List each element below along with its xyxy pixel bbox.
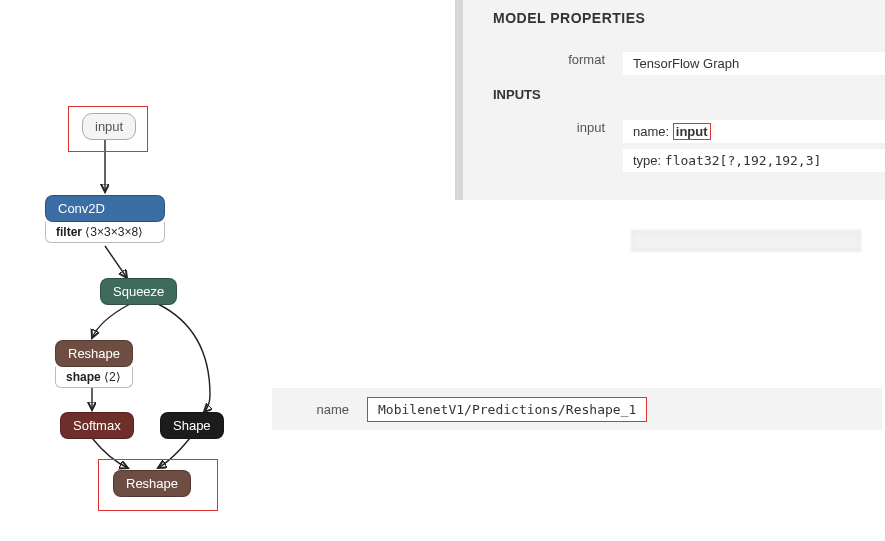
- shape-val: ⟨2⟩: [104, 370, 121, 384]
- node-reshape-2[interactable]: Reshape: [113, 470, 191, 497]
- label-format: format: [483, 52, 623, 75]
- row-format: format TensorFlow Graph: [483, 52, 885, 75]
- value-name: MobilenetV1/Predictions/Reshape_1: [367, 397, 647, 422]
- blurred-region: [631, 230, 861, 252]
- filter-key: filter: [56, 225, 82, 239]
- node-conv2d[interactable]: Conv2D: [45, 195, 165, 222]
- node-squeeze[interactable]: Squeeze: [100, 278, 177, 305]
- heading-model-properties: MODEL PROPERTIES: [493, 10, 885, 26]
- value-input-type: type: float32[?,192,192,3]: [623, 149, 885, 172]
- row-input-type: type: float32[?,192,192,3]: [483, 149, 885, 172]
- node-reshape-1-shape: shape ⟨2⟩: [55, 367, 133, 388]
- filter-val: ⟨3×3×3×8⟩: [85, 225, 143, 239]
- svg-line-1: [105, 246, 127, 278]
- heading-inputs: INPUTS: [493, 87, 885, 102]
- label-input: input: [483, 120, 623, 143]
- node-reshape-1[interactable]: Reshape: [55, 340, 133, 367]
- node-shape[interactable]: Shape: [160, 412, 224, 439]
- graph-edges: [0, 0, 300, 520]
- input-name-key: name:: [633, 124, 669, 139]
- label-name: name: [272, 402, 367, 417]
- properties-panel: MODEL PROPERTIES format TensorFlow Graph…: [455, 0, 885, 200]
- row-input-name: input name: input: [483, 120, 885, 143]
- input-name-val: input: [673, 123, 711, 140]
- value-format: TensorFlow Graph: [623, 52, 885, 75]
- node-softmax[interactable]: Softmax: [60, 412, 134, 439]
- node-input[interactable]: input: [82, 113, 136, 140]
- input-type-key: type:: [633, 153, 661, 168]
- output-name-bar: name MobilenetV1/Predictions/Reshape_1: [272, 388, 882, 430]
- shape-key: shape: [66, 370, 101, 384]
- input-type-val: float32[?,192,192,3]: [665, 153, 822, 168]
- model-graph: input Conv2D filter ⟨3×3×3×8⟩ Squeeze Re…: [0, 0, 300, 520]
- node-conv2d-filter: filter ⟨3×3×3×8⟩: [45, 222, 165, 243]
- value-input-name: name: input: [623, 120, 885, 143]
